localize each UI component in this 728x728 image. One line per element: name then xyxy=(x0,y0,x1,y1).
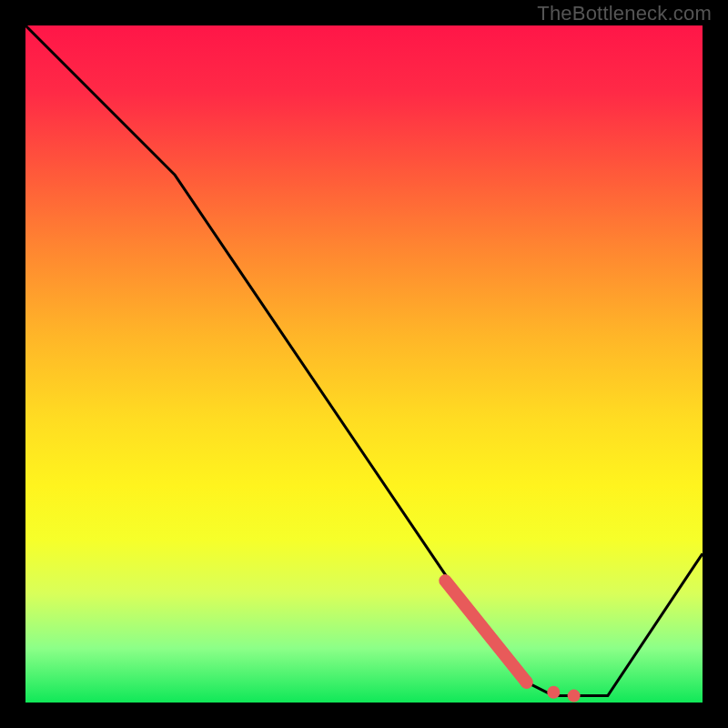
chart-frame: TheBottleneck.com xyxy=(0,0,728,728)
highlight-dot xyxy=(568,690,581,703)
watermark-text: TheBottleneck.com xyxy=(537,2,712,25)
optimal-range-highlight xyxy=(445,581,526,682)
chart-svg xyxy=(0,0,728,728)
highlight-dot xyxy=(547,686,560,699)
highlight-dot xyxy=(521,676,533,689)
bottleneck-curve xyxy=(25,25,703,696)
